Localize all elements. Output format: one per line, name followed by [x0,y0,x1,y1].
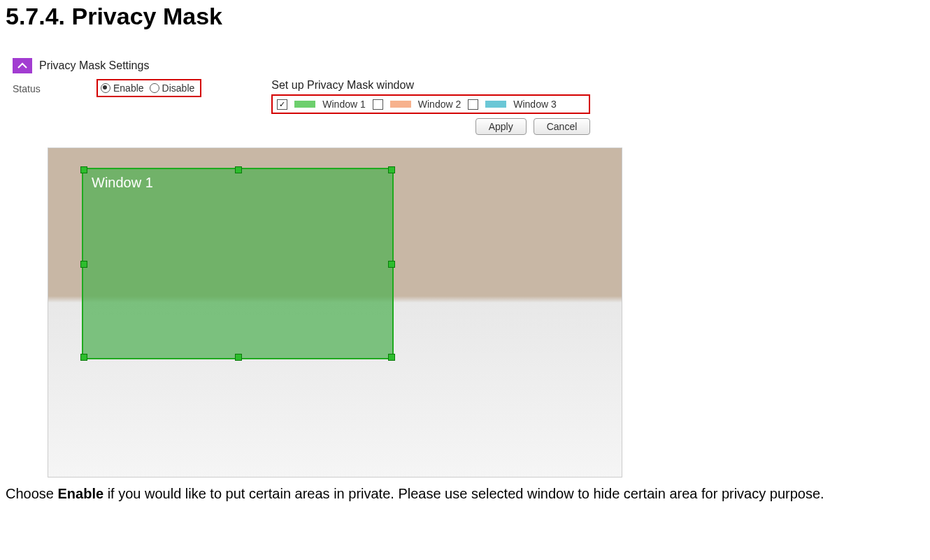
radio-enable-label: Enable [113,82,144,94]
caption-prefix: Choose [6,486,58,501]
section-heading: 5.7.4. Privacy Mask [6,3,915,30]
caption-bold: Enable [58,486,104,501]
instruction-text: Choose Enable if you would like to put c… [6,486,915,502]
swatch-window-2 [390,101,411,108]
checkbox-window-1[interactable]: ✓ [277,99,287,110]
resize-handle-e[interactable] [388,261,395,268]
panel-header: Privacy Mask Settings [13,58,915,73]
swatch-window-1 [294,101,315,108]
resize-handle-w[interactable] [80,261,87,268]
camera-preview[interactable]: Window 1 [48,148,622,478]
collapse-icon[interactable] [13,58,32,73]
checkbox-window-2[interactable] [373,99,383,110]
windows-selector: ✓ Window 1 Window 2 Window 3 [271,94,590,114]
swatch-window-3 [485,101,506,108]
resize-handle-ne[interactable] [388,166,395,173]
radio-enable[interactable] [101,83,110,93]
resize-handle-nw[interactable] [80,166,87,173]
caption-rest: if you would like to put certain areas i… [103,486,824,501]
resize-handle-s[interactable] [235,354,242,361]
status-radio-group: Enable Disable [96,79,201,97]
status-label: Status [13,79,96,94]
radio-disable[interactable] [150,83,159,93]
resize-handle-n[interactable] [235,166,242,173]
panel-title: Privacy Mask Settings [39,59,149,72]
cancel-button[interactable]: Cancel [534,118,591,135]
window-3-label: Window 3 [513,99,556,110]
privacy-mask-window-1[interactable]: Window 1 [82,168,394,359]
setup-label: Set up Privacy Mask window [271,79,590,92]
resize-handle-se[interactable] [388,354,395,361]
apply-button[interactable]: Apply [475,118,527,135]
window-2-label: Window 2 [418,99,461,110]
radio-disable-label: Disable [162,82,195,94]
window-1-label: Window 1 [322,99,365,110]
resize-handle-sw[interactable] [80,354,87,361]
checkbox-window-3[interactable] [468,99,478,110]
